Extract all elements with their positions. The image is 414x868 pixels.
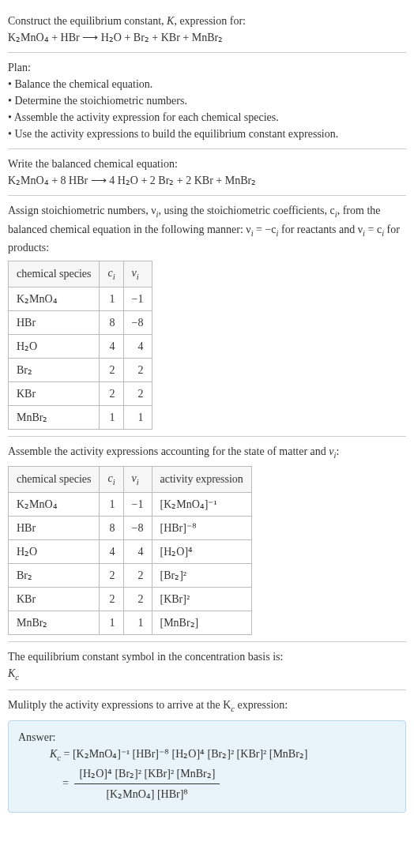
table-row: K₂MnO₄ 1 −1 [9, 287, 152, 310]
table-header-row: chemical species ci νi activity expressi… [9, 467, 252, 493]
cell-v: −8 [123, 310, 152, 334]
assign-text-a: Assign stoichiometric numbers, ν [8, 205, 156, 216]
cell-species: MnBr₂ [9, 611, 100, 634]
col-c: ci [100, 261, 123, 287]
cell-v: 2 [123, 358, 152, 381]
plan-item-3: • Assemble the activity expression for e… [8, 109, 406, 126]
multiply-heading-a: Mulitply the activity expressions to arr… [8, 699, 231, 711]
cell-c: 8 [100, 310, 123, 334]
activity-table: chemical species ci νi activity expressi… [8, 466, 252, 635]
cell-v: 2 [123, 563, 152, 587]
answer-eq1-body: = [K₂MnO₄]⁻¹ [HBr]⁻⁸ [H₂O]⁴ [Br₂]² [KBr]… [61, 748, 308, 760]
intro-section: Construct the equilibrium constant, K, e… [8, 6, 406, 53]
table-row: KBr 2 2 [9, 381, 152, 405]
col-species: chemical species [9, 261, 100, 287]
cell-v: 4 [123, 539, 152, 563]
table-header-row: chemical species ci νi [9, 261, 152, 287]
table-row: Br₂ 2 2 [Br₂]² [9, 563, 252, 587]
cell-v: 1 [123, 405, 152, 429]
cell-expr: [K₂MnO₄]⁻¹ [152, 492, 251, 516]
cell-species: Br₂ [9, 563, 100, 587]
plan-item-1: • Balance the chemical equation. [8, 76, 406, 92]
cell-c: 4 [100, 334, 123, 358]
cell-c: 1 [100, 611, 123, 634]
answer-box: Answer: Kc = [K₂MnO₄]⁻¹ [HBr]⁻⁸ [H₂O]⁴ [… [8, 720, 406, 814]
assign-section: Assign stoichiometric numbers, νi, using… [8, 196, 406, 437]
cell-expr: [Br₂]² [152, 563, 251, 587]
cell-species: K₂MnO₄ [9, 492, 100, 516]
cell-species: KBr [9, 381, 100, 405]
cell-c: 2 [100, 381, 123, 405]
cell-v: −1 [123, 287, 152, 310]
plan-section: Plan: • Balance the chemical equation. •… [8, 53, 406, 149]
cell-species: HBr [9, 516, 100, 539]
col-c: ci [100, 467, 123, 493]
basis-line1: The equilibrium constant symbol in the c… [8, 648, 406, 665]
answer-frac-num: [H₂O]⁴ [Br₂]² [KBr]² [MnBr₂] [74, 765, 220, 784]
col-v: νi [123, 467, 152, 493]
answer-eq2-prefix: = [62, 777, 71, 789]
col-expr: activity expression [152, 467, 251, 493]
table-row: MnBr₂ 1 1 [MnBr₂] [9, 611, 252, 634]
answer-frac-den: [K₂MnO₄] [HBr]⁸ [74, 784, 220, 802]
basis-symbol: Kc [8, 665, 406, 684]
cell-species: MnBr₂ [9, 405, 100, 429]
col-v: νi [123, 261, 152, 287]
cell-expr: [MnBr₂] [152, 611, 251, 634]
cell-expr: [KBr]² [152, 587, 251, 611]
cell-c: 4 [100, 539, 123, 563]
answer-eq1: Kc = [K₂MnO₄]⁻¹ [HBr]⁻⁸ [H₂O]⁴ [Br₂]² [K… [50, 746, 396, 765]
activity-heading: Assemble the activity expressions accoun… [8, 443, 406, 462]
basis-sub: c [15, 673, 19, 682]
plan-item-2: • Determine the stoichiometric numbers. [8, 92, 406, 109]
cell-c: 8 [100, 516, 123, 539]
col-species: chemical species [9, 467, 100, 493]
plan-heading: Plan: [8, 59, 406, 76]
table-row: H₂O 4 4 [H₂O]⁴ [9, 539, 252, 563]
balanced-equation: K₂MnO₄ + 8 HBr ⟶ 4 H₂O + 2 Br₂ + 2 KBr +… [8, 172, 406, 189]
cell-species: KBr [9, 587, 100, 611]
cell-v: 1 [123, 611, 152, 634]
assign-text-f: = c [365, 224, 382, 235]
cell-c: 1 [100, 287, 123, 310]
table-row: KBr 2 2 [KBr]² [9, 587, 252, 611]
answer-eq2: = [H₂O]⁴ [Br₂]² [KBr]² [MnBr₂] [K₂MnO₄] … [62, 764, 396, 804]
cell-expr: [H₂O]⁴ [152, 539, 251, 563]
cell-species: H₂O [9, 334, 100, 358]
cell-species: HBr [9, 310, 100, 334]
cell-v: 4 [123, 334, 152, 358]
intro-equation: K₂MnO₄ + HBr ⟶ H₂O + Br₂ + KBr + MnBr₂ [8, 29, 406, 46]
assign-text-e: for reactants and ν [278, 224, 363, 235]
cell-c: 1 [100, 492, 123, 516]
intro-line1: Construct the equilibrium constant, K, e… [8, 13, 406, 29]
assign-table: chemical species ci νi K₂MnO₄ 1 −1 HBr 8… [8, 261, 152, 430]
plan-item-4: • Use the activity expressions to build … [8, 126, 406, 142]
cell-c: 2 [100, 587, 123, 611]
answer-fraction: [H₂O]⁴ [Br₂]² [KBr]² [MnBr₂] [K₂MnO₄] [H… [74, 765, 220, 802]
multiply-heading: Mulitply the activity expressions to arr… [8, 697, 406, 716]
cell-c: 2 [100, 358, 123, 381]
cell-species: H₂O [9, 539, 100, 563]
cell-species: K₂MnO₄ [9, 287, 100, 310]
cell-c: 2 [100, 563, 123, 587]
table-row: HBr 8 −8 [9, 310, 152, 334]
cell-v: −8 [123, 516, 152, 539]
cell-c: 1 [100, 405, 123, 429]
assign-text-d: = −c [254, 224, 277, 235]
table-row: H₂O 4 4 [9, 334, 152, 358]
table-row: HBr 8 −8 [HBr]⁻⁸ [9, 516, 252, 539]
cell-expr: [HBr]⁻⁸ [152, 516, 251, 539]
cell-v: 2 [123, 381, 152, 405]
multiply-heading-b: expression: [235, 699, 288, 711]
activity-section: Assemble the activity expressions accoun… [8, 437, 406, 642]
cell-v: 2 [123, 587, 152, 611]
table-row: K₂MnO₄ 1 −1 [K₂MnO₄]⁻¹ [9, 492, 252, 516]
multiply-section: Mulitply the activity expressions to arr… [8, 690, 406, 819]
answer-lhs-sym: K [50, 748, 57, 760]
table-row: Br₂ 2 2 [9, 358, 152, 381]
answer-label: Answer: [18, 729, 396, 746]
cell-v: −1 [123, 492, 152, 516]
assign-text: Assign stoichiometric numbers, νi, using… [8, 202, 406, 256]
basis-k: K [8, 667, 15, 679]
table-row: MnBr₂ 1 1 [9, 405, 152, 429]
